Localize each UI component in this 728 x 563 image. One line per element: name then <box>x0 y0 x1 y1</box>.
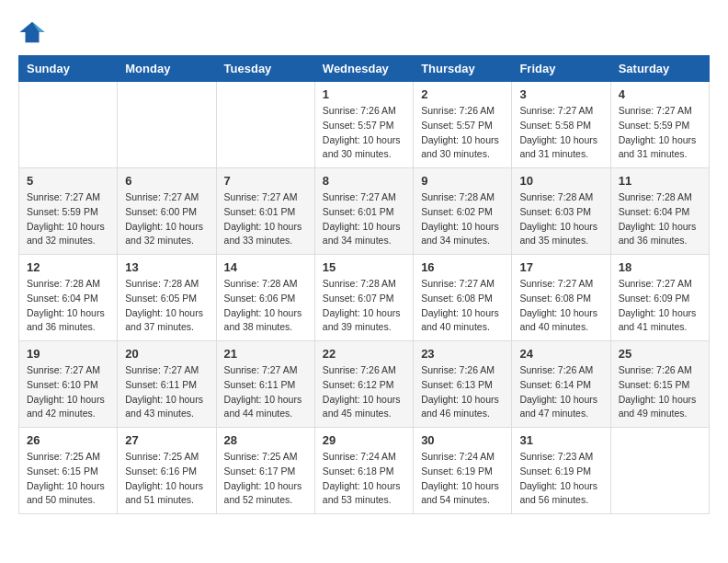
day-info: Sunrise: 7:26 AMSunset: 6:12 PMDaylight:… <box>323 363 405 421</box>
day-info: Sunrise: 7:27 AMSunset: 6:08 PMDaylight:… <box>519 277 602 335</box>
logo <box>18 18 48 46</box>
day-number: 25 <box>619 347 701 361</box>
calendar-week-row: 12Sunrise: 7:28 AMSunset: 6:04 PMDayligh… <box>19 255 710 341</box>
day-number: 14 <box>224 260 307 274</box>
calendar-cell: 12Sunrise: 7:28 AMSunset: 6:04 PMDayligh… <box>19 255 118 341</box>
day-number: 20 <box>125 347 208 361</box>
day-info: Sunrise: 7:27 AMSunset: 6:11 PMDaylight:… <box>125 363 208 421</box>
calendar-cell: 23Sunrise: 7:26 AMSunset: 6:13 PMDayligh… <box>414 341 512 428</box>
day-number: 1 <box>323 87 405 101</box>
weekday-header: Wednesday <box>314 56 413 82</box>
calendar-cell: 29Sunrise: 7:24 AMSunset: 6:18 PMDayligh… <box>314 428 413 514</box>
day-number: 12 <box>27 260 109 274</box>
day-number: 15 <box>323 260 405 274</box>
day-number: 19 <box>27 347 109 361</box>
day-info: Sunrise: 7:27 AMSunset: 6:08 PMDaylight:… <box>421 277 504 335</box>
day-info: Sunrise: 7:28 AMSunset: 6:04 PMDaylight:… <box>619 190 701 248</box>
weekday-header: Monday <box>118 56 216 82</box>
day-info: Sunrise: 7:25 AMSunset: 6:17 PMDaylight:… <box>224 450 307 508</box>
day-number: 18 <box>619 260 701 274</box>
day-number: 21 <box>224 347 307 361</box>
day-number: 3 <box>519 87 602 101</box>
day-number: 23 <box>421 347 504 361</box>
weekday-header: Saturday <box>610 56 709 82</box>
calendar-cell: 14Sunrise: 7:28 AMSunset: 6:06 PMDayligh… <box>216 255 314 341</box>
day-info: Sunrise: 7:25 AMSunset: 6:15 PMDaylight:… <box>27 450 109 508</box>
day-info: Sunrise: 7:27 AMSunset: 6:01 PMDaylight:… <box>323 190 405 248</box>
calendar-cell: 2Sunrise: 7:26 AMSunset: 5:57 PMDaylight… <box>414 82 512 168</box>
day-number: 7 <box>224 174 307 188</box>
calendar-cell <box>216 82 314 168</box>
calendar-cell: 7Sunrise: 7:27 AMSunset: 6:01 PMDaylight… <box>216 168 314 255</box>
logo-icon <box>18 18 46 46</box>
day-number: 26 <box>27 433 109 447</box>
calendar-week-row: 1Sunrise: 7:26 AMSunset: 5:57 PMDaylight… <box>19 82 710 168</box>
calendar-cell: 15Sunrise: 7:28 AMSunset: 6:07 PMDayligh… <box>314 255 413 341</box>
day-number: 13 <box>125 260 208 274</box>
day-info: Sunrise: 7:27 AMSunset: 6:01 PMDaylight:… <box>224 190 307 248</box>
day-info: Sunrise: 7:27 AMSunset: 6:00 PMDaylight:… <box>125 190 208 248</box>
day-number: 2 <box>421 87 504 101</box>
weekday-header: Thursday <box>414 56 512 82</box>
weekday-header: Tuesday <box>216 56 314 82</box>
day-info: Sunrise: 7:26 AMSunset: 5:57 PMDaylight:… <box>421 104 504 162</box>
calendar-cell: 22Sunrise: 7:26 AMSunset: 6:12 PMDayligh… <box>314 341 413 428</box>
day-number: 28 <box>224 433 307 447</box>
weekday-header: Friday <box>512 56 610 82</box>
day-number: 29 <box>323 433 405 447</box>
day-info: Sunrise: 7:28 AMSunset: 6:02 PMDaylight:… <box>421 190 504 248</box>
day-info: Sunrise: 7:28 AMSunset: 6:07 PMDaylight:… <box>323 277 405 335</box>
day-number: 31 <box>519 433 602 447</box>
calendar-cell: 27Sunrise: 7:25 AMSunset: 6:16 PMDayligh… <box>118 428 216 514</box>
calendar-cell: 8Sunrise: 7:27 AMSunset: 6:01 PMDaylight… <box>314 168 413 255</box>
day-info: Sunrise: 7:27 AMSunset: 5:58 PMDaylight:… <box>519 104 602 162</box>
calendar-cell <box>610 428 709 514</box>
calendar-cell: 17Sunrise: 7:27 AMSunset: 6:08 PMDayligh… <box>512 255 610 341</box>
day-number: 24 <box>519 347 602 361</box>
weekday-header: Sunday <box>19 56 118 82</box>
calendar-cell: 4Sunrise: 7:27 AMSunset: 5:59 PMDaylight… <box>610 82 709 168</box>
calendar-cell: 24Sunrise: 7:26 AMSunset: 6:14 PMDayligh… <box>512 341 610 428</box>
day-info: Sunrise: 7:26 AMSunset: 6:13 PMDaylight:… <box>421 363 504 421</box>
day-number: 11 <box>619 174 701 188</box>
page-header <box>18 18 710 46</box>
day-number: 30 <box>421 433 504 447</box>
day-info: Sunrise: 7:24 AMSunset: 6:19 PMDaylight:… <box>421 450 504 508</box>
calendar-cell: 13Sunrise: 7:28 AMSunset: 6:05 PMDayligh… <box>118 255 216 341</box>
calendar-cell: 19Sunrise: 7:27 AMSunset: 6:10 PMDayligh… <box>19 341 118 428</box>
calendar-week-row: 19Sunrise: 7:27 AMSunset: 6:10 PMDayligh… <box>19 341 710 428</box>
day-info: Sunrise: 7:26 AMSunset: 6:15 PMDaylight:… <box>619 363 701 421</box>
day-number: 22 <box>323 347 405 361</box>
day-info: Sunrise: 7:25 AMSunset: 6:16 PMDaylight:… <box>125 450 208 508</box>
calendar-cell: 20Sunrise: 7:27 AMSunset: 6:11 PMDayligh… <box>118 341 216 428</box>
calendar-table: SundayMondayTuesdayWednesdayThursdayFrid… <box>18 55 710 514</box>
calendar-cell: 11Sunrise: 7:28 AMSunset: 6:04 PMDayligh… <box>610 168 709 255</box>
calendar-cell <box>19 82 118 168</box>
calendar-week-row: 26Sunrise: 7:25 AMSunset: 6:15 PMDayligh… <box>19 428 710 514</box>
calendar-cell: 6Sunrise: 7:27 AMSunset: 6:00 PMDaylight… <box>118 168 216 255</box>
calendar-cell: 21Sunrise: 7:27 AMSunset: 6:11 PMDayligh… <box>216 341 314 428</box>
calendar-cell: 3Sunrise: 7:27 AMSunset: 5:58 PMDaylight… <box>512 82 610 168</box>
day-info: Sunrise: 7:26 AMSunset: 6:14 PMDaylight:… <box>519 363 602 421</box>
calendar-cell: 25Sunrise: 7:26 AMSunset: 6:15 PMDayligh… <box>610 341 709 428</box>
day-number: 6 <box>125 174 208 188</box>
day-info: Sunrise: 7:27 AMSunset: 5:59 PMDaylight:… <box>27 190 109 248</box>
day-info: Sunrise: 7:27 AMSunset: 6:10 PMDaylight:… <box>27 363 109 421</box>
calendar-cell: 9Sunrise: 7:28 AMSunset: 6:02 PMDaylight… <box>414 168 512 255</box>
day-info: Sunrise: 7:28 AMSunset: 6:04 PMDaylight:… <box>27 277 109 335</box>
day-info: Sunrise: 7:24 AMSunset: 6:18 PMDaylight:… <box>323 450 405 508</box>
day-info: Sunrise: 7:28 AMSunset: 6:03 PMDaylight:… <box>519 190 602 248</box>
day-number: 16 <box>421 260 504 274</box>
day-info: Sunrise: 7:27 AMSunset: 6:09 PMDaylight:… <box>619 277 701 335</box>
day-number: 10 <box>519 174 602 188</box>
day-number: 4 <box>619 87 701 101</box>
day-info: Sunrise: 7:28 AMSunset: 6:06 PMDaylight:… <box>224 277 307 335</box>
calendar-cell: 10Sunrise: 7:28 AMSunset: 6:03 PMDayligh… <box>512 168 610 255</box>
calendar-cell: 18Sunrise: 7:27 AMSunset: 6:09 PMDayligh… <box>610 255 709 341</box>
calendar-cell: 30Sunrise: 7:24 AMSunset: 6:19 PMDayligh… <box>414 428 512 514</box>
day-number: 27 <box>125 433 208 447</box>
day-number: 5 <box>27 174 109 188</box>
calendar-cell: 1Sunrise: 7:26 AMSunset: 5:57 PMDaylight… <box>314 82 413 168</box>
calendar-cell: 16Sunrise: 7:27 AMSunset: 6:08 PMDayligh… <box>414 255 512 341</box>
calendar-cell: 26Sunrise: 7:25 AMSunset: 6:15 PMDayligh… <box>19 428 118 514</box>
